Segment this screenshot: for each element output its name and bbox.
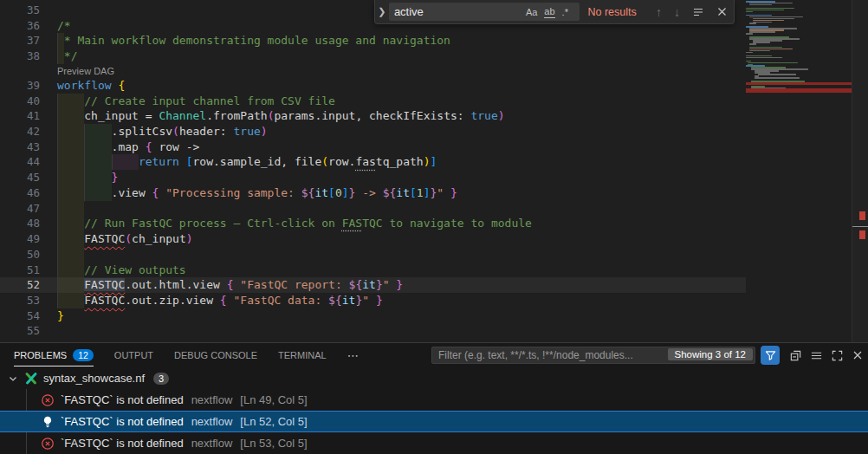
line-number: 38 [0,49,57,64]
code-line-37[interactable]: 37* Main workflow demonstrating module u… [0,33,746,49]
next-match-icon[interactable]: ↓ [674,5,680,19]
minimap-line [748,62,798,64]
overview-ruler[interactable] [852,0,868,342]
code-line-49[interactable]: 49FASTQC(ch_input) [0,231,746,247]
toggle-replace-icon[interactable]: ❯ [375,6,389,17]
code-line-50[interactable]: 50 [0,247,746,263]
problem-row-ln53[interactable]: `FASTQC` is not defined nextflow [Ln 53,… [0,432,868,454]
token: .splitCsv [112,125,172,138]
token: } [376,278,383,291]
find-in-selection-icon[interactable] [692,6,704,18]
token: [ [186,155,193,168]
token: ) [498,109,505,122]
line-number: 47 [0,201,57,217]
minimap-line [746,33,753,35]
indent-guide [57,247,84,263]
code-editor[interactable]: 3536/*37* Main workflow demonstrating mo… [0,0,868,342]
code-line-41[interactable]: 41ch_input = Channel.fromPath(params.inp… [0,108,746,124]
line-number: 41 [0,108,57,124]
line-number: 50 [0,247,57,263]
more-tabs-icon[interactable]: ⋯ [347,349,360,362]
code-line-38[interactable]: 38*/ [0,49,746,64]
panel-header: PROBLEMS 12 OUTPUT DEBUG CONSOLE TERMINA… [0,343,868,367]
problems-filter: Showing 3 of 12 [431,347,755,364]
code-line-51[interactable]: 51// View outputs [0,263,746,278]
minimap-error-bar [746,88,852,93]
collapse-all-button[interactable] [785,346,806,365]
codelens-preview-dag[interactable]: Preview DAG [0,64,746,78]
close-panel-button[interactable] [847,346,868,365]
indent-guide [57,108,84,124]
code-line-47[interactable]: 47 [0,201,746,217]
lightbulb-icon [41,415,55,429]
line-number: 55 [0,323,57,339]
code-line-53[interactable]: 53FASTQC.out.zip.view { "FastQC data: ${… [0,293,746,308]
token: FASTQC [84,278,125,291]
tab-debug-console[interactable]: DEBUG CONSOLE [174,344,257,366]
problem-row-ln52[interactable]: `FASTQC` is not defined nextflow [Ln 52,… [0,411,868,432]
token: fas [355,155,375,168]
token: " [383,278,390,291]
tab-output[interactable]: OUTPUT [114,344,153,366]
code-line-46[interactable]: 46.view { "Processing sample: ${it[0]} -… [0,185,746,201]
code-line-43[interactable]: 43.map { row -> [0,139,746,155]
token: tq_path [376,155,424,168]
minimap-line [758,74,796,75]
showing-count-badge: Showing 3 of 12 [668,348,753,360]
whole-word-icon[interactable]: ab [544,5,554,18]
code-line-52[interactable]: 52FASTQC.out.html.view { "FastQC report:… [0,277,746,293]
code-line-54[interactable]: 54} [0,308,746,324]
token: true [234,125,261,138]
code-line-44[interactable]: 44return [row.sample_id, file(row.fastq_… [0,154,746,170]
line-number: 45 [0,170,57,185]
code-line-55[interactable]: 55 [0,323,746,339]
minimap-line [749,16,803,18]
problems-panel: PROBLEMS 12 OUTPUT DEBUG CONSOLE TERMINA… [0,342,868,454]
indent-guide [57,154,84,170]
minimap-line [749,31,775,33]
filter-funnel-button[interactable] [761,346,780,365]
minimap-line [749,43,756,45]
indent-guide [57,124,84,139]
token: -> [355,186,382,199]
token: row -> [152,140,200,153]
problem-row-ln49[interactable]: `FASTQC` is not defined nextflow [Ln 49,… [0,389,868,411]
token: FAS [342,217,362,230]
problem-source: nextflow [191,437,233,450]
code-line-40[interactable]: 40// Create input channel from CSV file [0,94,746,109]
token: } [112,171,119,184]
indent-guide [57,94,84,109]
regex-icon[interactable]: .* [562,6,568,18]
tab-terminal[interactable]: TERMINAL [278,344,327,366]
token: FASTQC [84,294,125,307]
find-results-label: No results [587,6,650,18]
code-line-39[interactable]: 39workflow { [0,78,746,94]
tab-problems[interactable]: PROBLEMS 12 [14,344,94,366]
code-line-48[interactable]: 48// Run FastQC process — Ctrl-click on … [0,216,746,231]
code-line-45[interactable]: 45} [0,170,746,185]
token: row.sample_id, file [193,155,322,168]
token: params.input, checkIfExists: [274,109,470,122]
token: .out.zip.view [125,294,220,307]
find-input[interactable] [389,5,522,18]
match-case-icon[interactable]: Aa [526,6,537,18]
indent-guide [57,216,84,231]
token: FASTQC [84,232,125,245]
minimap-error-bar [746,82,852,85]
close-find-icon[interactable] [716,6,728,17]
indent-guide [57,277,84,293]
view-as-table-button[interactable] [806,346,826,365]
line-number: 52 [0,277,57,293]
line-number: 42 [0,124,57,139]
minimap-line [746,11,753,13]
line-number: 40 [0,94,57,109]
token: "FastQC data: [234,294,329,307]
token: .map [112,140,146,153]
maximize-panel-button[interactable] [826,346,847,365]
minimap[interactable] [746,0,852,342]
token: it [342,294,356,307]
chevron-down-icon[interactable] [7,373,19,385]
code-line-42[interactable]: 42.splitCsv(header: true) [0,124,746,139]
previous-match-icon[interactable]: ↑ [656,5,662,19]
problems-file-row[interactable]: syntax_showcase.nf 3 [0,367,868,389]
